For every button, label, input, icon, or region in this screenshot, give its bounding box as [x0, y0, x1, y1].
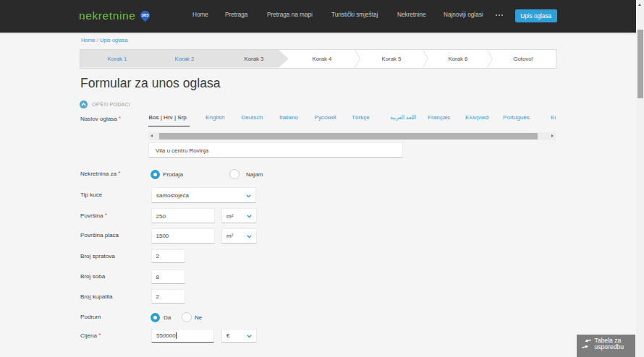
svg-text:365: 365 — [141, 13, 149, 17]
